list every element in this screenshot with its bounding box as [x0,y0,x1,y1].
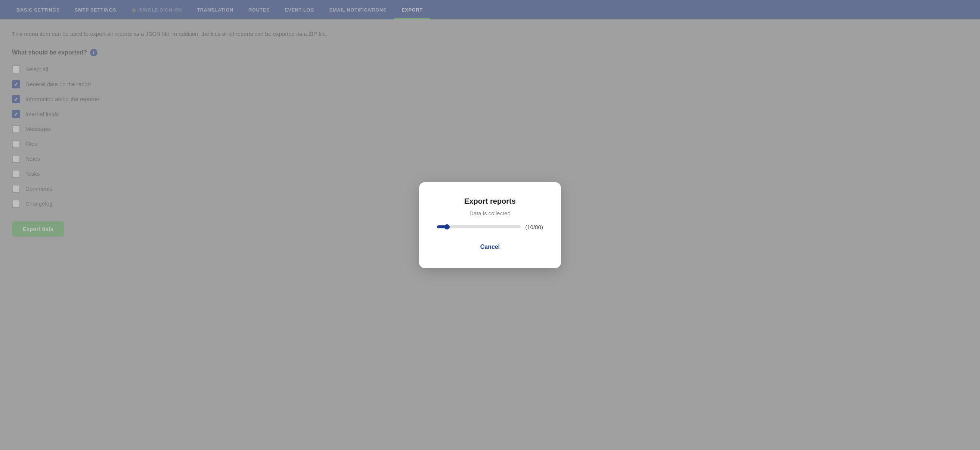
export-modal: Export reports Data is collected (10/80)… [419,182,561,268]
progress-bar-fill [437,225,447,228]
modal-subtitle: Data is collected [469,210,511,216]
progress-container: (10/80) [437,224,543,230]
modal-overlay: Export reports Data is collected (10/80)… [0,0,980,450]
modal-title: Export reports [464,197,516,206]
modal-cancel-button[interactable]: Cancel [473,241,507,254]
progress-label: (10/80) [525,224,543,230]
progress-bar-track [437,225,520,228]
